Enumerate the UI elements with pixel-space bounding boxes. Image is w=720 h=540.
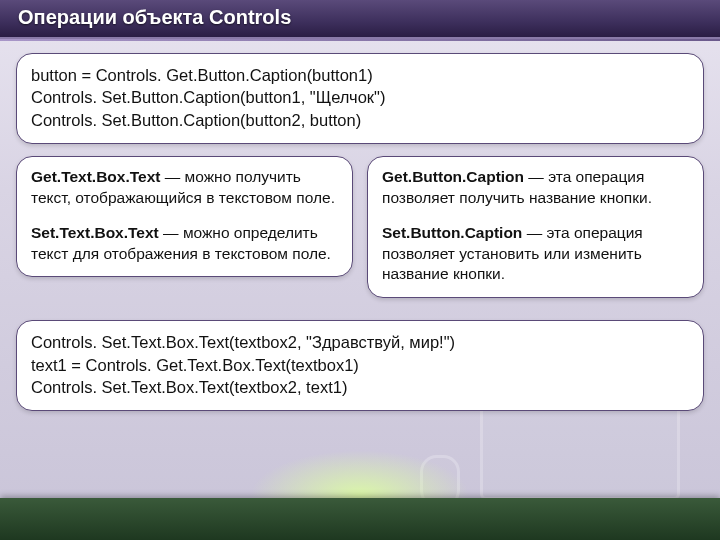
term: Get.Text.Box.Text (31, 168, 160, 185)
footer-band (0, 498, 720, 540)
code-line: Controls. Set.Text.Box.Text(textbox2, te… (31, 376, 689, 398)
para: Set.Button.Caption — эта операция позвол… (382, 223, 689, 286)
term: Get.Button.Caption (382, 168, 524, 185)
code-line: button = Controls. Get.Button.Caption(bu… (31, 64, 689, 86)
explain-row: Get.Text.Box.Text — можно получить текст… (16, 156, 704, 299)
para: Get.Button.Caption — эта операция позвол… (382, 167, 689, 209)
code-line: Controls. Set.Text.Box.Text(textbox2, "З… (31, 331, 689, 353)
textbox-operations-box: Get.Text.Box.Text — можно получить текст… (16, 156, 353, 278)
code-line: text1 = Controls. Get.Text.Box.Text(text… (31, 354, 689, 376)
slide-title: Операции объекта Controls (18, 6, 702, 29)
term: Set.Text.Box.Text (31, 224, 159, 241)
code-line: Controls. Set.Button.Caption(button2, bu… (31, 109, 689, 131)
code-box-bottom: Controls. Set.Text.Box.Text(textbox2, "З… (16, 320, 704, 411)
slide-header: Операции объекта Controls (0, 0, 720, 39)
para: Set.Text.Box.Text — можно определить тек… (31, 223, 338, 265)
code-box-top: button = Controls. Get.Button.Caption(bu… (16, 53, 704, 144)
para: Get.Text.Box.Text — можно получить текст… (31, 167, 338, 209)
button-operations-box: Get.Button.Caption — эта операция позвол… (367, 156, 704, 299)
term: Set.Button.Caption (382, 224, 522, 241)
code-line: Controls. Set.Button.Caption(button1, "Щ… (31, 86, 689, 108)
slide-content: button = Controls. Get.Button.Caption(bu… (0, 41, 720, 421)
